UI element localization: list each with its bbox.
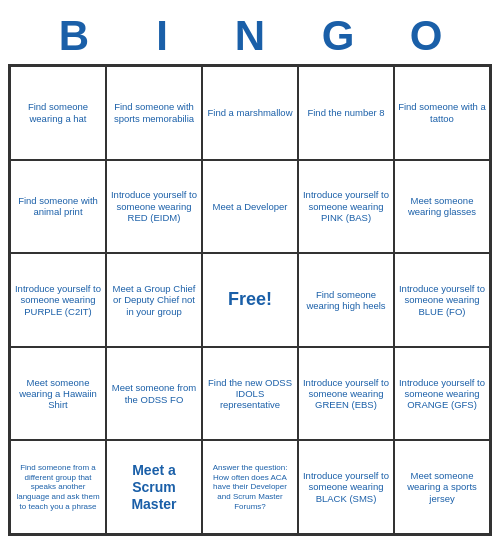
letter-b: B [30,12,118,60]
cell-5[interactable]: Find someone with animal print [10,160,106,254]
cell-15[interactable]: Meet someone wearing a Hawaiin Shirt [10,347,106,441]
cell-21[interactable]: Meet a Scrum Master [106,440,202,534]
cell-4[interactable]: Find someone with a tattoo [394,66,490,160]
cell-3[interactable]: Find the number 8 [298,66,394,160]
cell-19[interactable]: Introduce yourself to someone wearing OR… [394,347,490,441]
cell-17[interactable]: Find the new ODSS IDOLS representative [202,347,298,441]
cell-23[interactable]: Introduce yourself to someone wearing BL… [298,440,394,534]
cell-10[interactable]: Introduce yourself to someone wearing PU… [10,253,106,347]
cell-free[interactable]: Free! [202,253,298,347]
letter-g: G [294,12,382,60]
cell-22[interactable]: Answer the question: How often does ACA … [202,440,298,534]
bingo-grid: Find someone wearing a hat Find someone … [8,64,492,536]
cell-7[interactable]: Meet a Developer [202,160,298,254]
cell-18[interactable]: Introduce yourself to someone wearing GR… [298,347,394,441]
letter-o: O [382,12,470,60]
cell-16[interactable]: Meet someone from the ODSS FO [106,347,202,441]
cell-6[interactable]: Introduce yourself to someone wearing RE… [106,160,202,254]
cell-20[interactable]: Find someone from a different group that… [10,440,106,534]
cell-8[interactable]: Introduce yourself to someone wearing PI… [298,160,394,254]
letter-n: N [206,12,294,60]
letter-i: I [118,12,206,60]
cell-1[interactable]: Find someone with sports memorabilia [106,66,202,160]
cell-2[interactable]: Find a marshmallow [202,66,298,160]
cell-14[interactable]: Introduce yourself to someone wearing BL… [394,253,490,347]
cell-24[interactable]: Meet someone wearing a sports jersey [394,440,490,534]
cell-0[interactable]: Find someone wearing a hat [10,66,106,160]
cell-13[interactable]: Find someone wearing high heels [298,253,394,347]
cell-11[interactable]: Meet a Group Chief or Deputy Chief not i… [106,253,202,347]
cell-9[interactable]: Meet someone wearing glasses [394,160,490,254]
